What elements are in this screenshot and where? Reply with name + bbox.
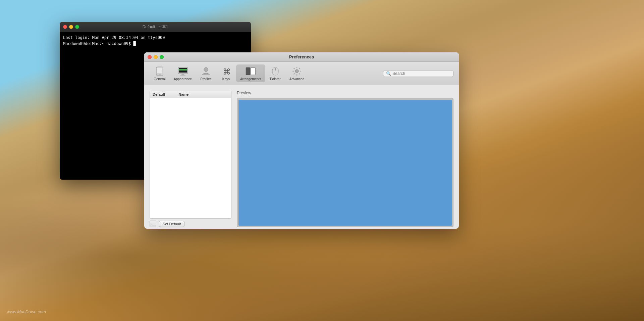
- prefs-maximize-button[interactable]: [160, 55, 164, 59]
- preview-screen: [238, 100, 452, 226]
- prefs-close-button[interactable]: [148, 55, 152, 59]
- general-icon: [154, 66, 165, 77]
- set-default-button[interactable]: Set Default: [159, 221, 184, 227]
- prefs-minimize-button[interactable]: [154, 55, 158, 59]
- col-default: Default: [153, 92, 165, 96]
- terminal-minimize-button[interactable]: [69, 25, 73, 29]
- list-panel: Default Name − Set Default: [150, 91, 231, 227]
- prefs-toolbar: General Appearance: [144, 62, 459, 85]
- prefs-title: Preferences: [289, 54, 314, 59]
- tab-pointer[interactable]: Pointer: [265, 64, 285, 82]
- prefs-traffic-lights: [148, 55, 164, 59]
- svg-line-22: [293, 74, 294, 75]
- tab-pointer-label: Pointer: [270, 77, 281, 81]
- tab-general[interactable]: General: [150, 64, 170, 82]
- list-actions: − Set Default: [150, 221, 231, 227]
- svg-point-14: [295, 70, 299, 73]
- toolbar-tabs: General Appearance: [150, 64, 383, 82]
- advanced-icon: [291, 66, 302, 77]
- toolbar-search[interactable]: 🔍: [383, 70, 453, 77]
- tab-advanced-label: Advanced: [289, 77, 304, 81]
- remove-button[interactable]: −: [150, 221, 156, 227]
- tab-keys[interactable]: ⌘ Keys: [216, 64, 236, 82]
- search-input[interactable]: [392, 71, 450, 76]
- preferences-window: Preferences General: [144, 52, 459, 229]
- svg-text:⌘: ⌘: [223, 67, 230, 76]
- profiles-icon: [201, 66, 211, 77]
- terminal-prompt: Macdown09deiMac:~ macdown09$: [63, 41, 133, 46]
- list-header: Default Name: [150, 91, 231, 98]
- terminal-line-1: Last login: Mon Apr 29 08:34:04 on ttys0…: [63, 35, 248, 41]
- keys-icon: ⌘: [221, 66, 231, 77]
- desktop-watermark: www.MacDown.com: [7, 309, 46, 314]
- tab-advanced[interactable]: Advanced: [285, 64, 308, 82]
- tab-appearance[interactable]: Appearance: [170, 64, 196, 82]
- svg-rect-13: [275, 68, 276, 71]
- preview-panel: Preview: [237, 91, 453, 227]
- prefs-content: Default Name − Set Default Preview: [144, 85, 459, 229]
- terminal-shortcut: ⌥⌘1: [157, 25, 168, 29]
- svg-rect-2: [159, 74, 161, 75]
- terminal-traffic-lights: [63, 25, 79, 29]
- svg-rect-10: [246, 67, 250, 75]
- prefs-titlebar: Preferences: [144, 52, 459, 62]
- tab-arrangements-label: Arrangements: [240, 77, 261, 81]
- svg-rect-11: [251, 67, 255, 75]
- arrangements-table: Default Name: [150, 91, 231, 219]
- tab-general-label: General: [154, 77, 166, 81]
- pointer-icon: [270, 66, 281, 77]
- arrangements-icon: [245, 66, 256, 77]
- svg-rect-5: [179, 69, 187, 71]
- terminal-title-text: Default: [143, 25, 155, 29]
- svg-rect-7: [180, 75, 185, 76]
- tab-profiles-label: Profiles: [200, 77, 211, 81]
- svg-point-8: [204, 67, 208, 72]
- preview-label: Preview: [237, 91, 453, 95]
- svg-line-21: [299, 68, 300, 69]
- terminal-close-button[interactable]: [63, 25, 67, 29]
- tab-keys-label: Keys: [222, 77, 230, 81]
- preview-area: [237, 98, 453, 227]
- terminal-line-2: Macdown09deiMac:~ macdown09$ █: [63, 41, 248, 47]
- svg-line-20: [299, 74, 300, 75]
- svg-line-19: [293, 68, 294, 69]
- terminal-title: Default ⌥⌘1: [143, 25, 168, 29]
- svg-rect-6: [181, 74, 184, 75]
- terminal-titlebar: Default ⌥⌘1: [60, 22, 251, 32]
- terminal-maximize-button[interactable]: [75, 25, 79, 29]
- search-icon: 🔍: [386, 71, 391, 76]
- appearance-icon: [177, 66, 188, 77]
- tab-arrangements[interactable]: Arrangements: [236, 64, 265, 82]
- svg-rect-1: [157, 68, 162, 73]
- list-body: [150, 98, 231, 217]
- col-name: Name: [178, 92, 189, 96]
- tab-profiles[interactable]: Profiles: [196, 64, 216, 82]
- tab-appearance-label: Appearance: [174, 77, 192, 81]
